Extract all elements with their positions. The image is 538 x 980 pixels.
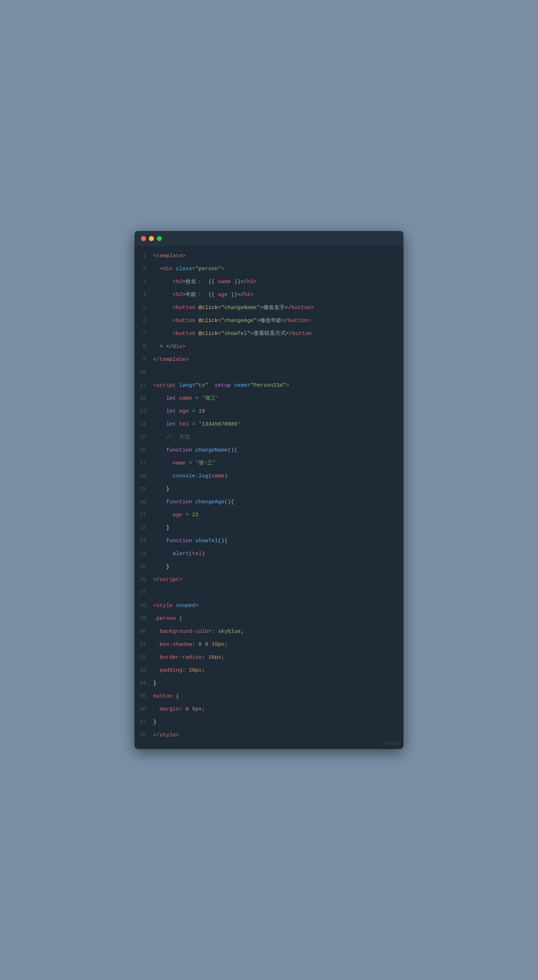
token: >年龄： {{ — [183, 292, 218, 298]
token: </ — [153, 356, 160, 363]
token: lang — [179, 382, 192, 388]
token — [153, 564, 166, 570]
token: div — [173, 344, 183, 350]
line-content: <button @click="changeAge">修改年龄</button> — [153, 315, 311, 327]
line-content: border-radius: 10px; — [153, 652, 224, 664]
token: } — [153, 680, 156, 686]
token: : — [183, 667, 189, 673]
token — [176, 395, 179, 401]
code-line: 23 function showTel(){ — [135, 535, 403, 547]
token: > — [250, 292, 254, 298]
line-number: 36 — [135, 703, 153, 716]
token: setup — [215, 382, 231, 388]
maximize-button[interactable] — [157, 236, 162, 241]
token: = — [189, 460, 192, 466]
line-content: background-color: skyblue; — [153, 626, 244, 638]
token: (){ — [218, 538, 228, 544]
token — [189, 421, 192, 427]
line-content: let name = '张三' — [153, 393, 219, 405]
line-number: 15 — [135, 431, 153, 444]
line-number: 11 — [135, 380, 153, 392]
line-content: console.log(name) — [153, 470, 228, 482]
line-number: 22 — [135, 522, 153, 534]
token: 0 0 10px — [198, 641, 224, 648]
token: { — [173, 693, 179, 699]
token: margin — [160, 706, 179, 712]
token: = — [192, 408, 195, 414]
token: '张三' — [202, 395, 219, 401]
line-number: 8 — [135, 341, 153, 353]
token: > — [254, 279, 257, 285]
line-number: 20 — [135, 496, 153, 508]
token — [189, 408, 192, 414]
token: h2 — [176, 292, 183, 298]
token: = — [186, 512, 189, 518]
code-line: 15 // 方法 — [135, 431, 403, 444]
line-number: 32 — [135, 652, 153, 664]
token — [183, 512, 186, 518]
code-line: 25 } — [135, 560, 403, 573]
line-content: } — [153, 522, 169, 534]
code-line: 2 <div class="person"> — [135, 262, 403, 275]
token — [153, 421, 166, 427]
line-content: // 方法 — [153, 431, 190, 444]
token: : — [211, 628, 218, 635]
line-number: 28 — [135, 600, 153, 612]
token: // 方法 — [166, 434, 190, 440]
token: >修改年龄</ — [257, 318, 288, 324]
line-content: <h2>姓名： {{ name }}</h2> — [153, 276, 257, 288]
token: > </ — [153, 344, 173, 350]
token: 0 5px — [186, 706, 202, 712]
token: name — [234, 382, 247, 388]
line-number: 31 — [135, 639, 153, 651]
token: ; — [224, 641, 228, 648]
code-line: 27 — [135, 586, 403, 599]
line-number: 34 — [135, 678, 153, 690]
line-content: <div class="person"> — [153, 263, 224, 275]
code-line: 20 function changeAge(){ — [135, 496, 403, 509]
code-line: 37} — [135, 716, 403, 729]
token: >姓名： {{ — [183, 279, 218, 285]
token: @click — [198, 305, 218, 311]
token: changeAge — [195, 499, 224, 505]
close-button[interactable] — [141, 236, 146, 241]
token: button — [176, 305, 198, 311]
token — [153, 473, 173, 479]
token: "changeAge" — [221, 318, 257, 324]
line-number: 19 — [135, 483, 153, 495]
token: > — [286, 382, 289, 388]
token: template — [160, 356, 186, 363]
token — [153, 667, 160, 673]
watermark: CSDN博客 — [382, 741, 400, 746]
token: age — [179, 408, 189, 414]
token — [192, 395, 195, 401]
token: } — [166, 564, 169, 570]
line-number: 26 — [135, 574, 153, 586]
token: = — [247, 382, 250, 388]
code-line: 14 let tel = '13345678989' — [135, 418, 403, 431]
line-content: } — [153, 678, 156, 690]
line-number: 10 — [135, 367, 153, 379]
line-number: 29 — [135, 612, 153, 625]
token: }}</ — [231, 279, 247, 285]
line-number: 27 — [135, 587, 153, 599]
token: = — [195, 395, 198, 401]
line-number: 18 — [135, 470, 153, 482]
token: let — [166, 395, 176, 401]
token: > — [221, 266, 224, 272]
line-content: function changeAge(){ — [153, 496, 234, 508]
minimize-button[interactable] — [149, 236, 154, 241]
line-number: 7 — [135, 328, 153, 340]
line-number: 14 — [135, 418, 153, 431]
line-number: 37 — [135, 716, 153, 729]
line-content: let age = 19 — [153, 406, 205, 418]
token: < — [153, 331, 176, 337]
token: (){ — [228, 447, 237, 453]
line-number: 17 — [135, 457, 153, 469]
token: 20px — [189, 667, 202, 673]
token: script — [156, 382, 179, 388]
token: scoped — [176, 603, 195, 609]
token: padding — [160, 667, 183, 673]
token: name — [173, 460, 186, 466]
token — [189, 512, 192, 518]
